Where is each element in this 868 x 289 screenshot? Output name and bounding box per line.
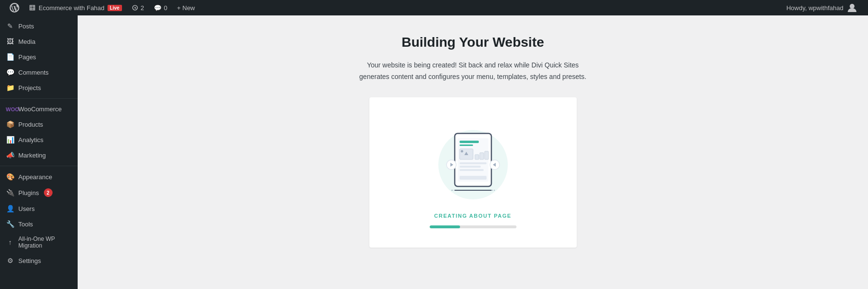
analytics-icon: 📊 bbox=[6, 136, 14, 144]
svg-rect-12 bbox=[460, 162, 487, 164]
admin-sidebar: ✎ Posts 🖼 Media 📄 Pages 💬 Comments 📁 Pro… bbox=[0, 15, 78, 289]
woocommerce-icon: WOO bbox=[6, 106, 14, 112]
sidebar-item-tools[interactable]: 🔧 Tools bbox=[0, 216, 78, 232]
plugins-badge: 2 bbox=[44, 188, 53, 197]
sidebar-item-appearance[interactable]: 🎨 Appearance bbox=[0, 169, 78, 184]
sidebar-label-pages: Pages bbox=[18, 53, 36, 61]
live-badge: Live bbox=[108, 5, 122, 11]
settings-icon: ⚙ bbox=[6, 257, 14, 264]
svg-rect-9 bbox=[475, 155, 479, 159]
sidebar-label-plugins: Plugins bbox=[18, 189, 39, 197]
sidebar-item-users[interactable]: 👤 Users bbox=[0, 201, 78, 216]
media-icon: 🖼 bbox=[6, 38, 14, 45]
menu-sep-1 bbox=[0, 98, 78, 99]
sidebar-item-media[interactable]: 🖼 Media bbox=[0, 34, 78, 49]
sidebar-item-settings[interactable]: ⚙ Settings bbox=[0, 253, 78, 268]
comments-count: 0 bbox=[164, 4, 167, 12]
main-content: Building Your Website Your website is be… bbox=[78, 15, 868, 289]
sidebar-label-projects: Projects bbox=[18, 84, 41, 92]
sidebar-item-woocommerce[interactable]: WOO WooCommerce bbox=[0, 102, 78, 117]
allinone-icon: ↑ bbox=[6, 238, 14, 246]
build-card: Creating About Page bbox=[369, 97, 577, 248]
sidebar-label-settings: Settings bbox=[18, 257, 41, 264]
projects-icon: 📁 bbox=[6, 84, 14, 92]
sidebar-item-projects[interactable]: 📁 Projects bbox=[0, 80, 78, 95]
sidebar-label-users: Users bbox=[18, 205, 35, 212]
users-icon: 👤 bbox=[6, 205, 14, 212]
new-label: + New bbox=[177, 4, 195, 12]
wp-logo-button[interactable] bbox=[5, 0, 24, 15]
sidebar-label-tools: Tools bbox=[18, 221, 33, 228]
comments-menu-icon: 💬 bbox=[6, 68, 14, 76]
svg-rect-11 bbox=[485, 151, 488, 159]
sidebar-label-posts: Posts bbox=[18, 23, 34, 30]
sidebar-label-analytics: Analytics bbox=[18, 136, 43, 144]
updates-button[interactable]: 2 bbox=[127, 0, 149, 15]
svg-rect-15 bbox=[460, 176, 487, 180]
comments-icon: 💬 bbox=[154, 4, 162, 12]
howdy-label: Howdy, wpwithfahad bbox=[787, 4, 843, 12]
comments-button[interactable]: 💬 0 bbox=[149, 0, 172, 15]
posts-icon: ✎ bbox=[6, 22, 14, 30]
sidebar-item-all-in-one[interactable]: ↑ All-in-One WP Migration bbox=[0, 232, 78, 253]
new-content-button[interactable]: + New bbox=[172, 0, 200, 15]
sidebar-item-pages[interactable]: 📄 Pages bbox=[0, 49, 78, 65]
sidebar-label-products: Products bbox=[18, 121, 43, 128]
svg-point-0 bbox=[850, 4, 854, 9]
svg-rect-4 bbox=[460, 141, 479, 143]
svg-point-8 bbox=[461, 150, 463, 152]
sidebar-item-marketing[interactable]: 📣 Marketing bbox=[0, 147, 78, 163]
main-layout: ✎ Posts 🖼 Media 📄 Pages 💬 Comments 📁 Pro… bbox=[0, 15, 868, 289]
site-name-button[interactable]: Ecommerce with Fahad Live bbox=[24, 0, 127, 15]
illustration bbox=[425, 117, 521, 203]
pages-icon: 📄 bbox=[6, 53, 14, 61]
svg-rect-14 bbox=[460, 169, 484, 171]
sidebar-label-appearance: Appearance bbox=[18, 173, 52, 181]
marketing-icon: 📣 bbox=[6, 151, 14, 159]
sidebar-item-comments[interactable]: 💬 Comments bbox=[0, 65, 78, 80]
page-subtitle: Your website is being created! Sit back … bbox=[357, 60, 589, 83]
progress-bar-fill bbox=[430, 225, 460, 228]
svg-rect-13 bbox=[460, 166, 481, 168]
svg-rect-5 bbox=[460, 144, 473, 146]
svg-rect-10 bbox=[480, 153, 484, 159]
plugins-icon: 🔌 bbox=[6, 189, 14, 197]
tools-icon: 🔧 bbox=[6, 220, 14, 228]
page-title: Building Your Website bbox=[402, 35, 544, 50]
adminbar-right: Howdy, wpwithfahad bbox=[782, 0, 863, 15]
sidebar-label-all-in-one: All-in-One WP Migration bbox=[18, 236, 72, 249]
site-name-label: Ecommerce with Fahad bbox=[39, 4, 105, 12]
status-text: Creating About Page bbox=[434, 213, 511, 219]
sidebar-item-plugins[interactable]: 🔌 Plugins 2 bbox=[0, 184, 78, 201]
sidebar-label-comments: Comments bbox=[18, 69, 49, 76]
progress-bar-track bbox=[430, 225, 516, 228]
sidebar-label-woocommerce: WooCommerce bbox=[18, 105, 62, 113]
sidebar-label-marketing: Marketing bbox=[18, 152, 46, 159]
sidebar-item-analytics[interactable]: 📊 Analytics bbox=[0, 132, 78, 147]
sidebar-label-media: Media bbox=[18, 38, 35, 45]
updates-count: 2 bbox=[141, 4, 144, 12]
sidebar-item-posts[interactable]: ✎ Posts bbox=[0, 18, 78, 34]
admin-bar: Ecommerce with Fahad Live 2 💬 0 + New Ho… bbox=[0, 0, 868, 15]
sidebar-item-products[interactable]: 📦 Products bbox=[0, 117, 78, 132]
appearance-icon: 🎨 bbox=[6, 173, 14, 181]
products-icon: 📦 bbox=[6, 120, 14, 128]
menu-sep-2 bbox=[0, 166, 78, 166]
howdy-button[interactable]: Howdy, wpwithfahad bbox=[782, 0, 863, 15]
